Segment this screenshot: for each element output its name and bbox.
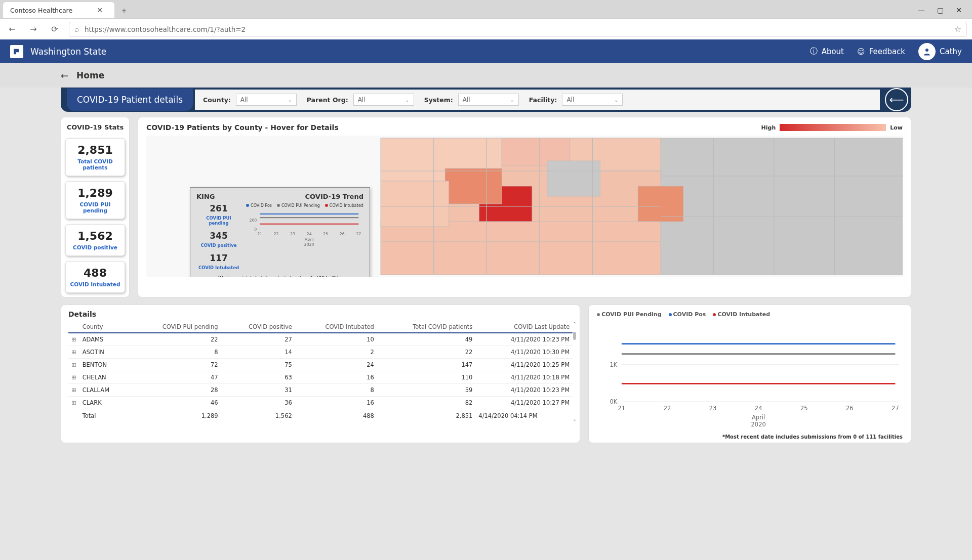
favorite-icon[interactable]: ☆ [954,24,961,34]
cell-pui: 72 [129,359,221,371]
scroll-thumb[interactable] [573,332,576,340]
cell-pos: 36 [221,397,295,409]
col-intubated[interactable]: COVID Intubated [295,321,377,333]
county-filter-label: County: [203,96,231,104]
svg-marker-10 [638,186,683,222]
parent-org-filter-select[interactable]: All ⌄ [353,94,414,106]
chevron-down-icon: ⌄ [405,97,409,103]
col-total[interactable]: Total COVID patients [377,321,476,333]
window-controls: — ▢ ✕ [918,2,969,18]
legend-high: High [761,124,776,131]
dot-icon [246,204,249,207]
arrow-left-circle-icon: ⟵ [889,94,904,106]
svg-marker-9 [547,161,600,196]
chevron-down-icon: ⌄ [510,97,514,103]
svg-text:25: 25 [800,405,808,412]
close-window-icon[interactable]: ✕ [956,6,962,14]
stat-card-total[interactable]: 2,851 Total COVID patients [65,138,125,176]
cell-updated: 4/11/2020 10:30 PM [475,346,573,359]
svg-marker-12 [381,181,449,227]
col-positive[interactable]: COVID positive [221,321,295,333]
facility-filter-select[interactable]: All ⌄ [562,94,623,106]
cell-pui: 22 [129,333,221,346]
cell-pos: 27 [221,333,295,346]
stat-value: 1,289 [68,187,123,199]
breadcrumb-bar: ← Home [0,63,972,88]
breadcrumb-title: Home [76,70,104,80]
new-tab-button[interactable]: ＋ [116,3,132,18]
avatar-icon [918,43,936,60]
tooltip-mini-chart: COVID Pos COVID PUI Pending COVID Intuba… [246,203,363,273]
close-tab-icon[interactable]: ✕ [97,6,103,14]
stat-card-pui[interactable]: 1,289 COVID PUI pending [65,181,125,219]
svg-text:1K: 1K [610,361,618,368]
url-input[interactable] [85,25,949,33]
col-county[interactable]: County [79,321,129,333]
stat-card-intubated[interactable]: 488 COVID Intubated [65,261,125,293]
cell-intub: 16 [295,397,377,409]
svg-text:26: 26 [340,232,345,236]
svg-text:April: April [752,414,765,421]
cell-county: ASOTIN [79,346,129,359]
maximize-icon[interactable]: ▢ [937,6,944,14]
svg-text:200: 200 [250,218,257,223]
tooltip-stat-label: COVID Intubated [196,265,241,270]
cell-updated: 4/11/2020 10:18 PM [475,371,573,384]
cell-intub: 10 [295,333,377,346]
table-row[interactable]: ⊞ASOTIN8142224/11/2020 10:30 PM [68,346,573,359]
stat-card-positive[interactable]: 1,562 COVID positive [65,224,125,256]
dot-icon [669,313,672,316]
feedback-link[interactable]: ☺ Feedback [857,47,905,56]
refresh-button[interactable]: ⟳ [48,22,62,36]
svg-text:27: 27 [356,232,361,236]
stats-panel: COVID-19 Stats 2,851 Total COVID patient… [61,117,130,297]
browser-chrome: Contoso Healthcare ✕ ＋ — ▢ ✕ ← → ⟳ ⌕ ☆ [0,0,972,39]
table-scrollbar[interactable]: ⌃ ⌄ [572,321,578,422]
table-row[interactable]: ⊞CHELAN4763161104/11/2020 10:18 PM [68,371,573,384]
table-row[interactable]: ⊞CLALLAM28318594/11/2020 10:23 PM [68,384,573,397]
browser-tab[interactable]: Contoso Healthcare ✕ [3,2,114,18]
minimize-icon[interactable]: — [918,6,925,14]
table-header-row: County COVID PUI pending COVID positive … [68,321,573,333]
details-panel: Details County COVID PUI pending COVID p… [61,305,580,443]
back-button[interactable]: ← [5,22,19,36]
svg-marker-11 [381,222,661,275]
system-filter-label: System: [424,96,453,104]
address-bar[interactable]: ⌕ ☆ [69,22,967,37]
svg-marker-8 [445,168,502,204]
table-row[interactable]: ⊞ADAMS222710494/11/2020 10:23 PM [68,333,573,346]
stat-value: 1,562 [68,230,123,242]
map-panel: COVID-19 Patients by County - Hover for … [138,117,911,297]
trend-chart[interactable]: 0K1K21222324252627April2020 [597,321,903,432]
county-filter-value: All [240,96,248,103]
expand-icon[interactable]: ⊞ [68,346,79,359]
system-filter-select[interactable]: All ⌄ [458,94,519,106]
tooltip-stat-value: 117 [196,253,241,263]
tooltip-county: KING [196,193,215,200]
cell-total: 110 [377,371,476,384]
expand-icon[interactable]: ⊞ [68,371,79,384]
table-row[interactable]: ⊞CLARK463616824/11/2020 10:27 PM [68,397,573,409]
cell-county: CHELAN [79,371,129,384]
user-menu[interactable]: Cathy [918,43,962,60]
expand-icon[interactable]: ⊞ [68,333,79,346]
col-pui[interactable]: COVID PUI pending [129,321,221,333]
col-updated[interactable]: COVID Last Update [475,321,573,333]
cell-pos: 14 [221,346,295,359]
chevron-up-icon[interactable]: ⌃ [573,321,577,327]
expand-icon[interactable]: ⊞ [68,397,79,409]
county-filter-select[interactable]: All ⌄ [236,94,297,106]
expand-icon[interactable]: ⊞ [68,359,79,371]
tab-title: Contoso Healthcare [10,7,72,14]
about-link[interactable]: ⓘ About [810,47,844,56]
expand-icon[interactable]: ⊞ [68,384,79,397]
stat-label: Total COVID patients [68,158,123,170]
tooltip-stat-value: 261 [196,203,241,213]
chevron-down-icon[interactable]: ⌄ [573,416,577,422]
back-circle-button[interactable]: ⟵ [885,88,908,111]
table-row[interactable]: ⊞BENTON7275241474/11/2020 10:25 PM [68,359,573,371]
forward-button[interactable]: → [26,22,40,36]
back-arrow-icon[interactable]: ← [61,70,68,81]
map-visual[interactable]: KING COVID-19 Trend 261 COVID PUI pendin… [146,136,903,277]
cell-total: 82 [377,397,476,409]
